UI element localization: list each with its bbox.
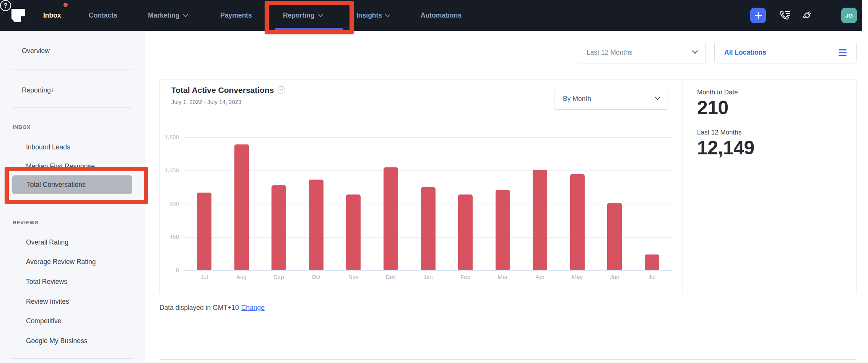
call-log-icon[interactable] xyxy=(779,10,791,22)
chart-bar-sep-2 xyxy=(271,185,286,270)
chart-bar-dec-5 xyxy=(384,167,398,270)
active-tab-underline xyxy=(275,28,343,31)
stat-month-to-date-label: Month to Date xyxy=(697,89,738,96)
user-avatar[interactable]: JG xyxy=(841,8,857,23)
total-active-conversations-card: Total Active Conversations ? July 1, 202… xyxy=(159,79,857,296)
create-new-button[interactable] xyxy=(750,8,766,23)
stat-month-to-date-value: 210 xyxy=(697,97,728,119)
sidebar-divider xyxy=(12,69,132,70)
nav-item-reporting[interactable]: Reporting xyxy=(283,0,322,31)
chart-bar-aug-1 xyxy=(234,144,249,270)
x-axis-tick-label: Apr xyxy=(525,274,555,280)
chevron-down-icon xyxy=(318,12,323,17)
podium-logo-icon[interactable] xyxy=(11,9,25,22)
total-conversations-label: Total Conversations xyxy=(27,181,86,189)
nav-insights-label: Insights xyxy=(356,11,382,19)
chart-bar-nov-4 xyxy=(346,194,361,270)
nav-item-insights[interactable]: Insights xyxy=(356,0,390,31)
y-axis-tick-label: 450 xyxy=(160,233,179,241)
sidebar-item-google-my-business[interactable]: Google My Business xyxy=(26,336,88,346)
help-glyph: ? xyxy=(3,2,7,10)
nav-reporting-label: Reporting xyxy=(283,11,315,19)
sidebar-item-reporting-plus[interactable]: Reporting+ xyxy=(22,85,55,95)
change-timezone-link[interactable]: Change xyxy=(241,304,265,311)
date-range-select[interactable]: Last 12 Months xyxy=(578,42,706,63)
sidebar-item-competitive[interactable]: Competitive xyxy=(26,316,61,326)
chart-bar-jan-6 xyxy=(421,187,436,270)
chart-bar-jul-12 xyxy=(645,254,659,270)
nav-inbox-label: Inbox xyxy=(43,11,61,19)
nav-item-contacts[interactable]: Contacts xyxy=(89,0,117,31)
locations-value: All Locations xyxy=(724,49,766,57)
chart-bar-apr-9 xyxy=(533,170,547,270)
stat-last-12-months-label: Last 12 Months xyxy=(697,129,741,136)
nav-payments-label: Payments xyxy=(220,11,252,19)
x-axis-tick-label: Dec xyxy=(375,274,406,280)
plus-icon xyxy=(754,11,762,20)
inbox-notification-dot xyxy=(63,3,68,7)
x-axis-tick-label: Mar xyxy=(488,274,518,280)
y-axis-tick-label: 900 xyxy=(160,200,179,207)
timezone-text: Data displayed in GMT+10 xyxy=(159,304,239,311)
chart-bar-jun-11 xyxy=(607,203,622,270)
sidebar-item-inbound-leads[interactable]: Inbound Leads xyxy=(26,142,70,152)
app-window: Inbox Contacts Marketing Payments Report… xyxy=(0,0,868,363)
hamburger-icon xyxy=(839,49,847,56)
chart-bar-may-10 xyxy=(570,174,585,270)
chevron-down-icon xyxy=(692,48,698,54)
x-axis-tick-label: Jun xyxy=(599,274,630,280)
stat-last-12-months-value: 12,149 xyxy=(697,137,754,159)
x-axis-tick-label: Aug xyxy=(226,274,257,280)
sidebar-item-median-first-response[interactable]: Median First Response xyxy=(26,161,95,171)
locations-filter-button[interactable]: All Locations xyxy=(714,42,857,63)
x-axis-tick-label: Oct xyxy=(301,274,332,280)
x-axis-tick-label: Sep xyxy=(263,274,294,280)
chevron-down-icon xyxy=(183,12,188,17)
nav-item-inbox[interactable]: Inbox xyxy=(43,0,61,31)
gridline-1350 xyxy=(184,170,672,171)
help-icon[interactable]: ? xyxy=(0,0,11,11)
timezone-note: Data displayed in GMT+10Change xyxy=(159,304,265,312)
gridline-1800 xyxy=(184,137,672,138)
nav-item-automations[interactable]: Automations xyxy=(421,0,462,31)
date-range-value: Last 12 Months xyxy=(587,49,632,57)
nav-marketing-label: Marketing xyxy=(148,11,180,19)
sidebar-section-inbox: INBOX xyxy=(13,124,31,130)
reporting-sidebar: Overview Reporting+ INBOX Inbound Leads … xyxy=(0,31,145,363)
nav-item-payments[interactable]: Payments xyxy=(220,0,252,31)
gridline-0 xyxy=(184,270,672,271)
nav-contacts-label: Contacts xyxy=(89,11,117,19)
sidebar-section-reviews: REVIEWS xyxy=(13,220,39,225)
y-axis-tick-label: 1,350 xyxy=(160,167,179,174)
sidebar-divider xyxy=(12,107,132,108)
card-vertical-divider xyxy=(683,79,683,295)
chart-bar-feb-7 xyxy=(458,194,473,270)
scrollbar-track[interactable] xyxy=(862,0,868,363)
nav-automations-label: Automations xyxy=(421,11,462,19)
sidebar-item-overall-rating[interactable]: Overall Rating xyxy=(26,237,68,247)
sidebar-item-overview[interactable]: Overview xyxy=(22,46,50,56)
sidebar-item-total-reviews[interactable]: Total Reviews xyxy=(26,277,67,287)
avatar-initials: JG xyxy=(845,12,853,19)
bar-chart: 04509001,3501,800JulAugSepOctNovDecJanFe… xyxy=(160,79,856,296)
y-axis-tick-label: 1,800 xyxy=(160,133,179,141)
sidebar-divider xyxy=(12,358,132,359)
chart-bar-mar-8 xyxy=(496,190,510,270)
x-axis-tick-label: May xyxy=(562,274,593,280)
next-card-top-border xyxy=(159,359,857,360)
x-axis-tick-label: Nov xyxy=(338,274,369,280)
sidebar-item-review-invites[interactable]: Review Invites xyxy=(26,297,69,306)
chart-bar-jul-0 xyxy=(197,193,211,270)
x-axis-tick-label: Jan xyxy=(413,274,444,280)
x-axis-tick-label: Jul xyxy=(637,274,667,280)
x-axis-tick-label: Feb xyxy=(450,274,481,280)
chart-bar-oct-3 xyxy=(309,180,323,270)
top-nav: Inbox Contacts Marketing Payments Report… xyxy=(0,0,862,31)
sidebar-item-total-conversations-active[interactable]: Total Conversations xyxy=(12,175,132,194)
integrations-plug-icon[interactable] xyxy=(801,10,813,22)
sidebar-item-average-review-rating[interactable]: Average Review Rating xyxy=(26,257,96,267)
y-axis-tick-label: 0 xyxy=(160,266,179,274)
nav-item-marketing[interactable]: Marketing xyxy=(148,0,187,31)
chevron-down-icon xyxy=(385,12,390,17)
x-axis-tick-label: Jul xyxy=(189,274,219,280)
